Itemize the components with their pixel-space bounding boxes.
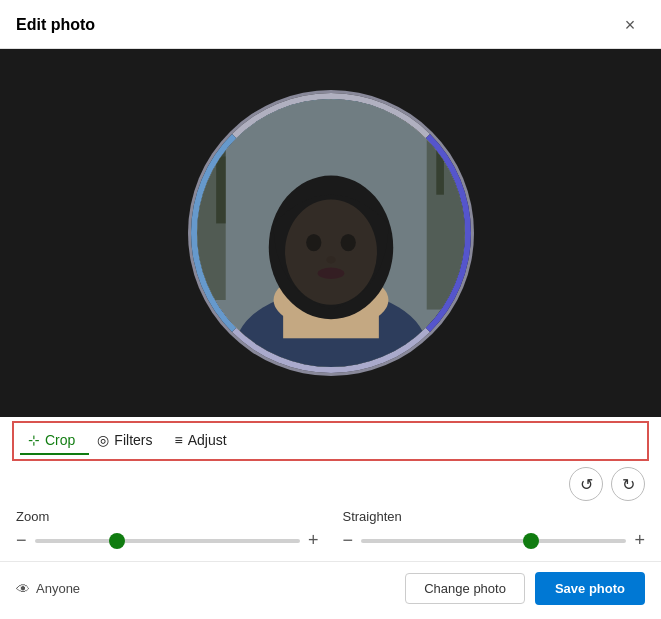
- straighten-slider[interactable]: [361, 539, 626, 543]
- eye-icon: 👁: [16, 581, 30, 597]
- zoom-slider-group: Zoom − +: [16, 509, 319, 551]
- zoom-minus: −: [16, 530, 27, 551]
- crop-icon: ⊹: [28, 432, 40, 448]
- filters-icon: ◎: [97, 432, 109, 448]
- adjust-icon: ≡: [174, 432, 182, 448]
- tab-crop[interactable]: ⊹ Crop: [20, 427, 89, 455]
- tabs-bar: ⊹ Crop ◎ Filters ≡ Adjust: [12, 421, 649, 461]
- straighten-slider-row: − +: [343, 530, 646, 551]
- photo-circle: [191, 93, 471, 373]
- tab-filters-label: Filters: [114, 432, 152, 448]
- dialog-title: Edit photo: [16, 16, 95, 34]
- footer: 👁 Anyone Change photo Save photo: [0, 561, 661, 619]
- tab-crop-label: Crop: [45, 432, 75, 448]
- save-photo-button[interactable]: Save photo: [535, 572, 645, 605]
- tab-filters[interactable]: ◎ Filters: [89, 427, 166, 455]
- edit-photo-dialog: Edit photo ×: [0, 0, 661, 619]
- zoom-label: Zoom: [16, 509, 319, 524]
- tab-adjust[interactable]: ≡ Adjust: [166, 427, 240, 455]
- photo-svg: [197, 99, 465, 367]
- close-button[interactable]: ×: [615, 10, 645, 40]
- rotate-right-button[interactable]: ↻: [611, 467, 645, 501]
- straighten-slider-group: Straighten − +: [343, 509, 646, 551]
- tab-adjust-label: Adjust: [188, 432, 227, 448]
- photo-preview-area: [0, 49, 661, 417]
- dialog-header: Edit photo ×: [0, 0, 661, 49]
- visibility-label: Anyone: [36, 581, 80, 596]
- straighten-minus: −: [343, 530, 354, 551]
- controls-row: ↺ ↻: [0, 461, 661, 503]
- zoom-plus: +: [308, 530, 319, 551]
- zoom-slider-row: − +: [16, 530, 319, 551]
- rotate-left-button[interactable]: ↺: [569, 467, 603, 501]
- straighten-plus: +: [634, 530, 645, 551]
- sliders-area: Zoom − + Straighten − +: [0, 503, 661, 561]
- straighten-label: Straighten: [343, 509, 646, 524]
- photo-circle-inner: [197, 99, 465, 367]
- footer-buttons: Change photo Save photo: [405, 572, 645, 605]
- visibility-row: 👁 Anyone: [16, 581, 80, 597]
- change-photo-button[interactable]: Change photo: [405, 573, 525, 604]
- zoom-slider[interactable]: [35, 539, 300, 543]
